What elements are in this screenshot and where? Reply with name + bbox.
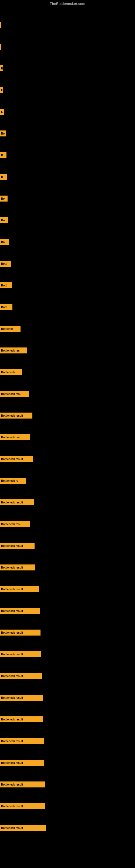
bar-item: Bo	[0, 217, 8, 223]
bar-row: E	[0, 72, 135, 94]
bar-item: Bottleneck resu	[0, 434, 30, 440]
bar-item: Bottleneck resu	[0, 521, 30, 527]
bar-row: Bottleneck result	[0, 766, 135, 788]
bar-item: Bottleneck result	[0, 651, 41, 657]
bar-row: E	[0, 50, 135, 72]
site-title: TheBottlenecker.com	[0, 0, 135, 7]
bar-row: Bottleneck res	[0, 332, 135, 354]
bar-item: Bottleneck result	[0, 412, 32, 418]
bar-row: Bottlenec	[0, 311, 135, 332]
bar-row: Bottleneck result	[0, 549, 135, 571]
bar-item: Bottleneck result	[0, 499, 34, 505]
bar-item: Bottleneck result	[0, 695, 43, 701]
bar-row: Bottleneck result	[0, 397, 135, 419]
bar-item: Bottleneck result	[0, 738, 44, 744]
bar-row: Bottleneck result	[0, 571, 135, 593]
bar-item: Bottleneck result	[0, 825, 46, 831]
bar-row: Bottleneck result	[0, 593, 135, 614]
bar-item: Bo	[0, 195, 8, 202]
bar-row: Bo	[0, 180, 135, 202]
bars-container: EEEBoBBBoBoBoBottlBottlBottlBottlenecBot…	[0, 7, 135, 831]
bar-item: Bottlenec	[0, 326, 20, 332]
bar-item: Bottleneck result	[0, 760, 44, 766]
bar-item: Bottleneck result	[0, 608, 40, 614]
bar-item: Bottleneck result	[0, 543, 35, 549]
bar-item: Bottl	[0, 304, 12, 310]
bar-row: Bo	[0, 224, 135, 246]
bar-row: Bottleneck result	[0, 484, 135, 506]
bar-row: Bottleneck result	[0, 788, 135, 810]
bar-row: Bo	[0, 202, 135, 224]
bar-row: Bottleneck result	[0, 528, 135, 549]
bar-row	[0, 29, 135, 50]
bar-row: Bottleneck result	[0, 441, 135, 463]
bar-row: E	[0, 94, 135, 115]
bar-row: Bottleneck result	[0, 810, 135, 831]
bar-item: Bottleneck result	[0, 716, 43, 722]
bar-row: Bottl	[0, 267, 135, 289]
bar-row: Bottleneck result	[0, 636, 135, 658]
bar-row: B	[0, 159, 135, 180]
bar-row: Bottleneck re	[0, 463, 135, 484]
bar-item: Bo	[0, 239, 9, 245]
bar-item: Bottleneck result	[0, 673, 42, 679]
bar-row	[0, 7, 135, 29]
bar-item: Bottleneck result	[0, 456, 33, 462]
bar-row: Bo	[0, 115, 135, 137]
bar-row: Bottleneck resu	[0, 419, 135, 441]
bar-item: E	[0, 109, 4, 115]
bar-item: Bottleneck result	[0, 803, 45, 809]
bar-item	[0, 22, 1, 28]
bar-item: Bottleneck result	[0, 629, 41, 636]
bar-item: Bottleneck result	[0, 781, 45, 787]
bar-item: Bottl	[0, 261, 11, 267]
bar-row: Bottleneck result	[0, 614, 135, 636]
bar-row: Bottl	[0, 289, 135, 311]
bar-row: Bottl	[0, 246, 135, 267]
bar-row: Bottleneck resu	[0, 376, 135, 397]
bar-row: Bottleneck result	[0, 680, 135, 701]
bar-row: Bottleneck result	[0, 723, 135, 745]
bar-row: Bottleneck resu	[0, 506, 135, 528]
bar-item: B	[0, 152, 6, 158]
bar-item: E	[0, 87, 3, 93]
bar-row: Bottleneck	[0, 354, 135, 376]
bar-item: Bottleneck resu	[0, 391, 29, 397]
bar-item: E	[0, 65, 3, 71]
bar-row: Bottleneck result	[0, 745, 135, 766]
bar-row: Bottleneck result	[0, 701, 135, 723]
bar-item	[0, 44, 1, 50]
bar-item: B	[0, 174, 7, 180]
bar-item: Bottleneck re	[0, 478, 26, 484]
bar-item: Bottleneck	[0, 369, 22, 375]
bar-item: Bottleneck result	[0, 586, 39, 592]
bar-item: Bottleneck result	[0, 564, 35, 570]
bar-row: B	[0, 137, 135, 159]
bar-item: Bottleneck res	[0, 347, 27, 353]
bar-row: Bottleneck result	[0, 658, 135, 680]
bar-item: Bo	[0, 130, 6, 136]
bar-item: Bottl	[0, 282, 12, 288]
